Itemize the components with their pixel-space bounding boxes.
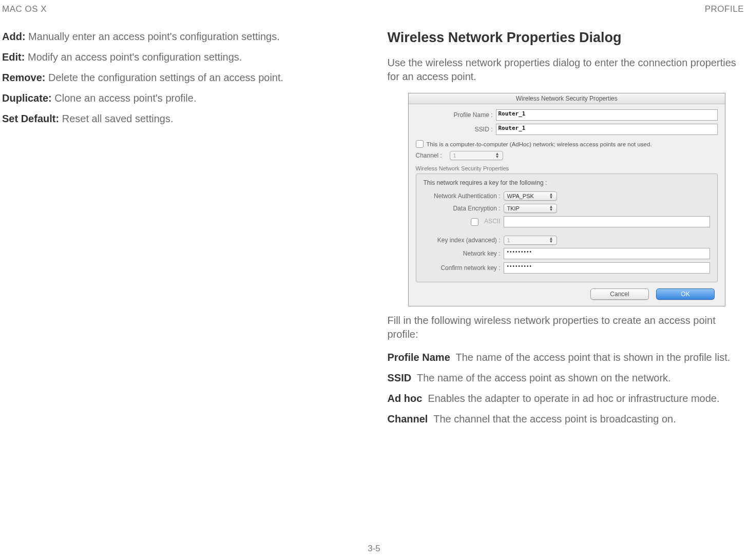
prop-ssid: SSID The name of the access point as sho…: [388, 371, 746, 384]
confirm-key-label: Confirm network key :: [424, 264, 504, 272]
left-column: Add: Manually enter an access point's co…: [2, 30, 361, 433]
ascii-checkbox[interactable]: [471, 218, 478, 226]
prop-adhoc: Ad hoc Enables the adapter to operate in…: [388, 392, 746, 405]
chevron-updown-icon: ▲▼: [549, 193, 553, 199]
key-index-label: Key index (advanced) :: [424, 237, 504, 244]
chevron-updown-icon: ▲▼: [549, 237, 553, 243]
adhoc-checkbox[interactable]: [416, 140, 424, 148]
ascii-row: ASCII: [424, 218, 504, 225]
right-column: Wireless Network Properties Dialog Use t…: [388, 30, 746, 433]
ssid-label: SSID :: [416, 126, 496, 133]
section-heading: Wireless Network Properties Dialog: [388, 30, 746, 46]
def-add: Add: Manually enter an access point's co…: [2, 30, 361, 43]
ssid-input[interactable]: Router_1: [496, 124, 718, 135]
panel-msg: This network requires a key for the foll…: [424, 179, 711, 186]
profile-name-input[interactable]: Router_1: [496, 109, 718, 121]
network-key-input[interactable]: •••••••••: [504, 248, 711, 259]
header-right: PROFILE: [705, 4, 744, 14]
def-remove: Remove: Delete the configuration setting…: [2, 71, 361, 84]
confirm-key-input[interactable]: •••••••••: [504, 262, 711, 274]
channel-select[interactable]: 1 ▲▼: [450, 151, 503, 160]
ascii-label: ASCII: [484, 218, 500, 225]
enc-select[interactable]: TKIP ▲▼: [504, 204, 557, 213]
page-number: 3-5: [0, 544, 748, 554]
security-panel: This network requires a key for the foll…: [416, 173, 718, 282]
key-index-select[interactable]: 1 ▲▼: [504, 236, 557, 245]
enc-label: Data Encryption :: [424, 205, 504, 212]
auth-label: Network Authentication :: [424, 192, 504, 200]
adhoc-text: This is a computer-to-computer (AdHoc) n…: [427, 141, 652, 147]
profile-name-label: Profile Name :: [416, 111, 496, 119]
after-img-para: Fill in the following wireless network p…: [388, 314, 746, 341]
properties-dialog: Wireless Network Security Properties Pro…: [408, 93, 726, 306]
prop-channel: Channel The channel that the access poin…: [388, 412, 746, 426]
header-left: MAC OS X: [2, 4, 47, 14]
prop-profile-name: Profile Name The name of the access poin…: [388, 351, 746, 364]
channel-label: Channel :: [416, 152, 450, 159]
def-duplicate: Duplicate: Clone an access point's profi…: [2, 91, 361, 105]
cancel-button[interactable]: Cancel: [590, 288, 649, 300]
chevron-updown-icon: ▲▼: [495, 152, 500, 159]
def-edit: Edit: Modify an access point's configura…: [2, 50, 361, 64]
security-subheader: Wireless Network Security Properties: [416, 165, 718, 171]
ascii-input[interactable]: [504, 216, 711, 227]
intro-para: Use the wireless network properties dial…: [388, 56, 746, 84]
dialog-title: Wireless Network Security Properties: [409, 93, 725, 104]
ok-button[interactable]: OK: [656, 288, 715, 300]
network-key-label: Network key :: [424, 250, 504, 257]
chevron-updown-icon: ▲▼: [549, 205, 553, 211]
def-set-default: Set Default: Reset all saved settings.: [2, 112, 361, 125]
auth-select[interactable]: WPA_PSK ▲▼: [504, 191, 557, 201]
